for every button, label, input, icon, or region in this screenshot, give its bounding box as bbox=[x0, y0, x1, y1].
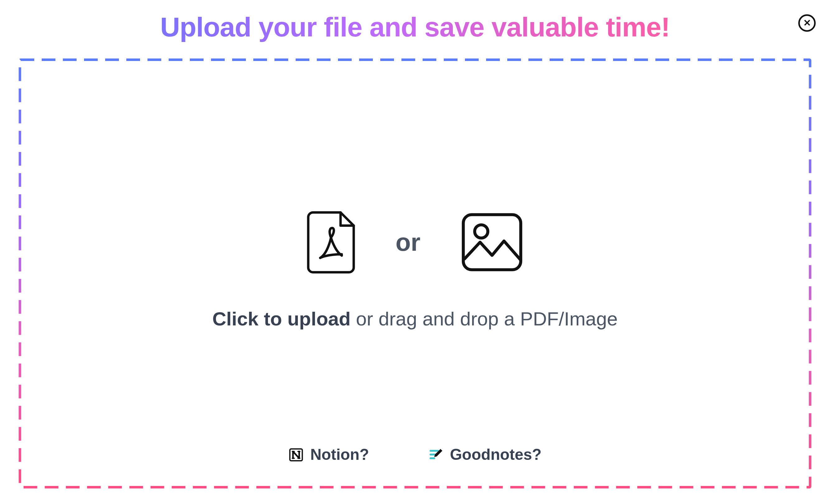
upload-instruction-bold: Click to upload bbox=[212, 308, 350, 330]
notion-label: Notion? bbox=[310, 445, 369, 464]
upload-instruction: Click to upload or drag and drop a PDF/I… bbox=[212, 308, 618, 330]
svg-point-2 bbox=[475, 225, 488, 238]
file-type-icons: or bbox=[307, 211, 523, 273]
image-file-icon bbox=[461, 212, 523, 272]
goodnotes-icon bbox=[428, 447, 443, 462]
upload-instruction-rest: or drag and drop a PDF/Image bbox=[351, 308, 618, 330]
or-separator: or bbox=[395, 228, 420, 257]
svg-rect-0 bbox=[20, 60, 810, 487]
import-sources-row: Notion? Goodnotes? bbox=[288, 445, 542, 464]
notion-link[interactable]: Notion? bbox=[288, 445, 369, 464]
goodnotes-link[interactable]: Goodnotes? bbox=[428, 445, 542, 464]
close-icon: ✕ bbox=[803, 19, 811, 28]
dropzone-border bbox=[19, 59, 811, 489]
svg-rect-1 bbox=[464, 215, 521, 270]
page-title: Upload your file and save valuable time! bbox=[19, 11, 811, 43]
notion-icon bbox=[288, 447, 304, 462]
pdf-file-icon bbox=[307, 211, 355, 273]
close-button[interactable]: ✕ bbox=[798, 14, 816, 32]
upload-dropzone[interactable]: or Click to upload or drag and drop a PD… bbox=[19, 59, 811, 489]
goodnotes-label: Goodnotes? bbox=[450, 445, 542, 464]
